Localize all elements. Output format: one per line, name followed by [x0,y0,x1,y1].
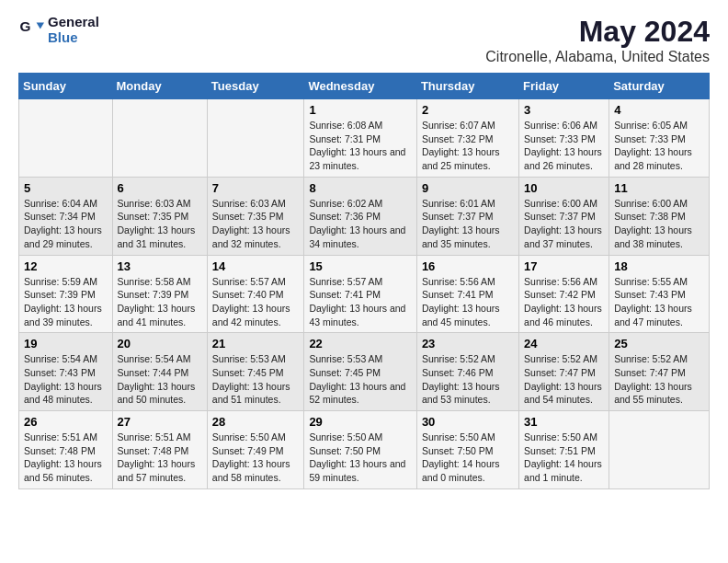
weekday-header: Thursday [416,74,518,99]
calendar-cell: 29Sunrise: 5:50 AM Sunset: 7:50 PM Dayli… [304,411,417,489]
day-info: Sunrise: 5:51 AM Sunset: 7:48 PM Dayligh… [24,431,108,485]
weekday-header-row: SundayMondayTuesdayWednesdayThursdayFrid… [19,74,710,99]
main-title: May 2024 [485,15,710,49]
calendar-week-row: 26Sunrise: 5:51 AM Sunset: 7:48 PM Dayli… [19,411,710,489]
day-info: Sunrise: 6:05 AM Sunset: 7:33 PM Dayligh… [614,119,704,173]
calendar-cell: 20Sunrise: 5:54 AM Sunset: 7:44 PM Dayli… [112,333,207,411]
day-number: 24 [524,337,604,350]
calendar-cell: 2Sunrise: 6:07 AM Sunset: 7:32 PM Daylig… [416,99,518,178]
calendar-cell: 12Sunrise: 5:59 AM Sunset: 7:39 PM Dayli… [19,255,113,333]
day-info: Sunrise: 5:53 AM Sunset: 7:45 PM Dayligh… [309,352,412,407]
calendar-table: SundayMondayTuesdayWednesdayThursdayFrid… [18,73,710,489]
day-number: 1 [309,103,412,117]
page-header: G General Blue May 2024 Citronelle, Alab… [18,15,710,65]
calendar-cell: 25Sunrise: 5:52 AM Sunset: 7:47 PM Dayli… [609,333,710,411]
calendar-cell: 28Sunrise: 5:50 AM Sunset: 7:49 PM Dayli… [207,411,304,489]
svg-text:G: G [19,18,30,34]
calendar-cell: 19Sunrise: 5:54 AM Sunset: 7:43 PM Dayli… [19,333,113,411]
calendar-week-row: 1Sunrise: 6:08 AM Sunset: 7:31 PM Daylig… [19,99,710,178]
title-block: May 2024 Citronelle, Alabama, United Sta… [485,15,710,65]
day-number: 10 [524,181,604,195]
calendar-week-row: 5Sunrise: 6:04 AM Sunset: 7:34 PM Daylig… [19,177,710,255]
logo-icon: G [18,17,44,43]
day-info: Sunrise: 5:56 AM Sunset: 7:42 PM Dayligh… [524,275,604,329]
day-info: Sunrise: 5:54 AM Sunset: 7:43 PM Dayligh… [24,352,108,407]
day-number: 19 [24,337,108,350]
day-info: Sunrise: 5:57 AM Sunset: 7:40 PM Dayligh… [212,275,300,329]
weekday-header: Tuesday [207,74,304,99]
calendar-cell: 31Sunrise: 5:50 AM Sunset: 7:51 PM Dayli… [519,411,609,489]
calendar-cell: 21Sunrise: 5:53 AM Sunset: 7:45 PM Dayli… [207,333,304,411]
calendar-cell: 1Sunrise: 6:08 AM Sunset: 7:31 PM Daylig… [304,99,417,178]
day-number: 5 [24,181,108,195]
calendar-cell [19,99,113,178]
calendar-cell: 13Sunrise: 5:58 AM Sunset: 7:39 PM Dayli… [112,255,207,333]
weekday-header: Monday [112,74,207,99]
day-number: 25 [614,337,704,350]
calendar-cell: 26Sunrise: 5:51 AM Sunset: 7:48 PM Dayli… [19,411,113,489]
calendar-cell [207,99,304,178]
day-number: 12 [24,259,108,273]
calendar-cell: 24Sunrise: 5:52 AM Sunset: 7:47 PM Dayli… [519,333,609,411]
weekday-header: Wednesday [304,74,417,99]
calendar-cell: 17Sunrise: 5:56 AM Sunset: 7:42 PM Dayli… [519,255,609,333]
calendar-cell: 14Sunrise: 5:57 AM Sunset: 7:40 PM Dayli… [207,255,304,333]
calendar-cell: 27Sunrise: 5:51 AM Sunset: 7:48 PM Dayli… [112,411,207,489]
day-number: 29 [309,415,412,429]
calendar-cell [609,411,710,489]
day-info: Sunrise: 5:52 AM Sunset: 7:47 PM Dayligh… [524,352,604,407]
day-number: 15 [309,259,412,273]
day-number: 14 [212,259,300,273]
calendar-cell: 4Sunrise: 6:05 AM Sunset: 7:33 PM Daylig… [609,99,710,178]
day-number: 22 [309,337,412,350]
day-number: 17 [524,259,604,273]
logo-line1: General [48,15,99,30]
day-info: Sunrise: 5:50 AM Sunset: 7:49 PM Dayligh… [212,431,300,485]
day-number: 28 [212,415,300,429]
weekday-header: Saturday [609,74,710,99]
day-info: Sunrise: 6:03 AM Sunset: 7:35 PM Dayligh… [212,197,300,251]
day-number: 13 [118,259,202,273]
calendar-week-row: 12Sunrise: 5:59 AM Sunset: 7:39 PM Dayli… [19,255,710,333]
day-info: Sunrise: 5:50 AM Sunset: 7:51 PM Dayligh… [524,431,604,485]
day-number: 7 [212,181,300,195]
weekday-header: Friday [519,74,609,99]
day-info: Sunrise: 5:55 AM Sunset: 7:43 PM Dayligh… [614,275,704,329]
calendar-cell: 16Sunrise: 5:56 AM Sunset: 7:41 PM Dayli… [416,255,518,333]
calendar-cell: 30Sunrise: 5:50 AM Sunset: 7:50 PM Dayli… [416,411,518,489]
day-number: 8 [309,181,412,195]
day-info: Sunrise: 6:00 AM Sunset: 7:37 PM Dayligh… [524,197,604,251]
day-info: Sunrise: 5:50 AM Sunset: 7:50 PM Dayligh… [309,431,412,485]
calendar-cell: 6Sunrise: 6:03 AM Sunset: 7:35 PM Daylig… [112,177,207,255]
day-info: Sunrise: 5:57 AM Sunset: 7:41 PM Dayligh… [309,275,412,329]
subtitle: Citronelle, Alabama, United States [485,49,710,65]
day-number: 16 [422,259,514,273]
day-info: Sunrise: 6:04 AM Sunset: 7:34 PM Dayligh… [24,197,108,251]
day-info: Sunrise: 6:01 AM Sunset: 7:37 PM Dayligh… [422,197,514,251]
calendar-cell: 15Sunrise: 5:57 AM Sunset: 7:41 PM Dayli… [304,255,417,333]
calendar-week-row: 19Sunrise: 5:54 AM Sunset: 7:43 PM Dayli… [19,333,710,411]
day-number: 6 [118,181,202,195]
day-info: Sunrise: 5:50 AM Sunset: 7:50 PM Dayligh… [422,431,514,485]
day-info: Sunrise: 5:56 AM Sunset: 7:41 PM Dayligh… [422,275,514,329]
day-info: Sunrise: 5:52 AM Sunset: 7:46 PM Dayligh… [422,352,514,407]
day-number: 20 [118,337,202,350]
day-number: 3 [524,103,604,117]
calendar-cell: 5Sunrise: 6:04 AM Sunset: 7:34 PM Daylig… [19,177,113,255]
logo-line2: Blue [48,30,99,46]
calendar-cell: 18Sunrise: 5:55 AM Sunset: 7:43 PM Dayli… [609,255,710,333]
day-number: 26 [24,415,108,429]
day-info: Sunrise: 5:52 AM Sunset: 7:47 PM Dayligh… [614,352,704,407]
calendar-cell: 7Sunrise: 6:03 AM Sunset: 7:35 PM Daylig… [207,177,304,255]
day-info: Sunrise: 6:07 AM Sunset: 7:32 PM Dayligh… [422,119,514,173]
day-number: 18 [614,259,704,273]
calendar-cell: 11Sunrise: 6:00 AM Sunset: 7:38 PM Dayli… [609,177,710,255]
day-info: Sunrise: 6:06 AM Sunset: 7:33 PM Dayligh… [524,119,604,173]
calendar-cell: 8Sunrise: 6:02 AM Sunset: 7:36 PM Daylig… [304,177,417,255]
calendar-cell: 22Sunrise: 5:53 AM Sunset: 7:45 PM Dayli… [304,333,417,411]
day-number: 11 [614,181,704,195]
day-info: Sunrise: 6:02 AM Sunset: 7:36 PM Dayligh… [309,197,412,251]
day-number: 27 [118,415,202,429]
day-number: 4 [614,103,704,117]
calendar-cell: 9Sunrise: 6:01 AM Sunset: 7:37 PM Daylig… [416,177,518,255]
